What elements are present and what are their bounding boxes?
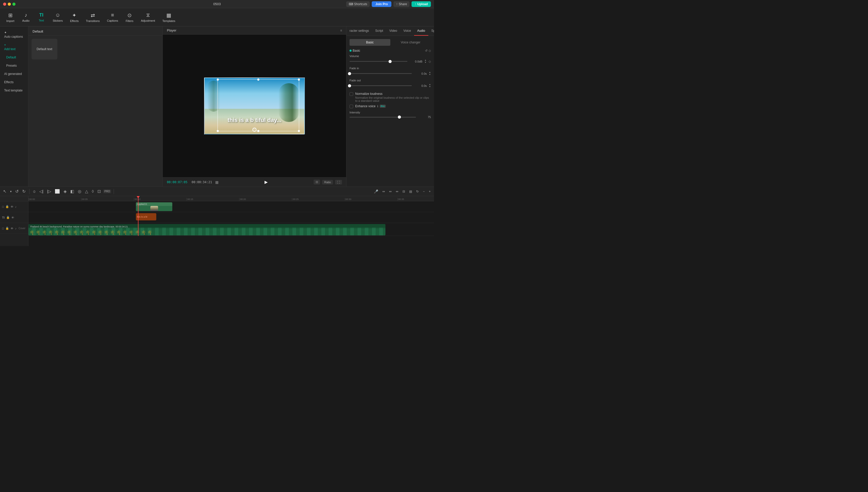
tool-2[interactable]: ⇔: [388, 189, 393, 194]
subtitle-btn[interactable]: ▤: [408, 189, 413, 194]
fade-out-slider-track[interactable]: [350, 85, 412, 86]
mask-btn[interactable]: ◊: [91, 189, 95, 194]
toolbar-filters[interactable]: ⊙ Filters: [122, 10, 137, 25]
selection-handle-bl[interactable]: [217, 130, 219, 132]
toolbar-transitions[interactable]: ⇄ Transitions: [82, 10, 103, 25]
tab-speed[interactable]: Speed: [428, 26, 434, 36]
selection-handle-t[interactable]: [257, 78, 259, 81]
freeze-btn[interactable]: ◈: [62, 188, 68, 194]
sidebar-item-add-text[interactable]: + Add text: [1, 41, 27, 53]
tab-video[interactable]: Video: [386, 26, 400, 36]
expand-icon[interactable]: ◇: [429, 49, 431, 52]
fullscreen-button[interactable]: ⛶: [335, 180, 342, 184]
trim-right-btn[interactable]: |▷: [46, 188, 52, 194]
fade-in-slider-track[interactable]: [350, 73, 412, 74]
track-main-audio-icon[interactable]: ♪: [15, 227, 17, 230]
toolbar-templates[interactable]: ▦ Templates: [159, 10, 179, 25]
voice-changer-tab[interactable]: Voice changer: [390, 39, 431, 46]
tool-1[interactable]: ⇔: [381, 189, 386, 194]
sidebar-item-effects[interactable]: Effects: [1, 78, 27, 86]
info-icon[interactable]: ℹ: [377, 105, 378, 108]
track-vis-icon[interactable]: 👁: [10, 205, 14, 208]
track-text-vis-icon[interactable]: 👁: [11, 216, 14, 219]
maximize-button[interactable]: [12, 3, 16, 6]
selection-handle-tl[interactable]: [217, 78, 219, 81]
add-track-btn[interactable]: +: [428, 189, 432, 194]
select-mode-btn[interactable]: ▾: [9, 189, 12, 194]
track-lock-icon[interactable]: 🔒: [5, 205, 9, 208]
volume-reset-icon[interactable]: ◇: [429, 60, 431, 63]
pro-tool-btn[interactable]: PRO: [103, 190, 111, 193]
track-text-lock-icon[interactable]: 🔒: [6, 216, 10, 219]
default-text-card[interactable]: Default text: [31, 39, 57, 59]
fit-button[interactable]: ⊡: [314, 179, 320, 184]
shape-btn[interactable]: △: [84, 188, 89, 194]
volume-down[interactable]: ▼: [425, 62, 427, 64]
trim-left-btn[interactable]: ◁|: [38, 188, 45, 194]
tab-script[interactable]: Script: [372, 26, 386, 36]
enhance-checkbox[interactable]: [350, 105, 353, 108]
ratio-button[interactable]: Ratio: [322, 180, 333, 184]
text-clip[interactable]: this is a bi: [136, 213, 156, 220]
delete-btn[interactable]: ⬜: [54, 188, 61, 194]
main-video-clip[interactable]: Thailand 4k beach background. Paradise n…: [28, 224, 385, 236]
redo-btn[interactable]: ↻: [21, 188, 27, 194]
minus-btn[interactable]: −: [422, 189, 426, 194]
layout-icon[interactable]: ▦: [215, 180, 219, 184]
fade-out-down[interactable]: ▼: [429, 86, 431, 88]
volume-slider-track[interactable]: [350, 61, 407, 62]
undo-btn[interactable]: ↺: [14, 188, 20, 194]
sidebar-item-default[interactable]: Default: [1, 53, 27, 61]
toolbar-stickers[interactable]: ☺ Stickers: [49, 10, 67, 24]
toolbar-audio[interactable]: ♪ Audio: [18, 10, 33, 24]
join-pro-button[interactable]: Join Pro: [372, 1, 391, 7]
tab-character[interactable]: racter settings: [347, 26, 372, 36]
minimize-button[interactable]: [8, 3, 11, 6]
toolbar-captions[interactable]: ≡ Captions: [103, 10, 122, 24]
basic-audio-tab[interactable]: Basic: [350, 39, 390, 46]
track-main-lock-icon[interactable]: 🔒: [5, 227, 9, 230]
sidebar-item-ai-generated[interactable]: AI generated: [1, 70, 27, 78]
toolbar-adjustment[interactable]: ⧖ Adjustment: [137, 10, 159, 24]
track-main-vis-icon[interactable]: 👁: [10, 227, 14, 230]
sidebar-item-auto-captions[interactable]: ✦ Auto captions: [1, 29, 27, 41]
track-audio-icon[interactable]: ♪: [15, 205, 17, 208]
loop-btn[interactable]: ↻: [415, 189, 420, 194]
intensity-slider-track[interactable]: [350, 117, 416, 118]
split-btn[interactable]: ⌽: [32, 189, 37, 194]
align-btn[interactable]: ⊟: [401, 189, 406, 194]
toolbar-effects[interactable]: ✦ Effects: [67, 10, 82, 25]
fade-in-slider-thumb[interactable]: [348, 72, 351, 75]
mic-btn[interactable]: 🎤: [373, 189, 380, 194]
effect-clip[interactable]: Applied D: [136, 202, 172, 211]
sidebar-item-presets[interactable]: Presets: [1, 62, 27, 70]
selection-handle-br[interactable]: [298, 130, 300, 132]
normalize-checkbox[interactable]: [350, 92, 353, 96]
play-button[interactable]: ▶: [264, 179, 267, 184]
tool-3[interactable]: ⇔: [394, 189, 400, 194]
timer-btn[interactable]: ◎: [77, 188, 82, 194]
select-tool[interactable]: ↖: [2, 188, 7, 194]
fade-out-slider-thumb[interactable]: [348, 84, 351, 87]
fade-in-up[interactable]: ▲: [429, 71, 431, 73]
clip-btn[interactable]: ◧: [69, 188, 75, 194]
export-button[interactable]: ↑ Upload: [411, 1, 431, 7]
volume-up[interactable]: ▲: [425, 59, 427, 61]
toolbar-import[interactable]: ⊞ Import: [3, 10, 18, 25]
shortcuts-button[interactable]: ⌨ Shortcuts: [346, 1, 370, 7]
timeline-scroll-area[interactable]: 00:00 00:05 00:10 00:15 00:20 00:25 00:3…: [28, 196, 434, 246]
player-menu-icon[interactable]: ≡: [340, 29, 342, 32]
volume-slider-thumb[interactable]: [388, 60, 392, 63]
fade-out-up[interactable]: ▲: [429, 83, 431, 85]
selection-handle-b[interactable]: [257, 130, 259, 132]
crop-btn[interactable]: ⊡: [96, 188, 102, 194]
tab-voice[interactable]: Voice: [401, 26, 414, 36]
toolbar-text[interactable]: TI Text: [33, 10, 49, 24]
tab-audio[interactable]: Audio: [414, 26, 428, 36]
intensity-slider-thumb[interactable]: [398, 116, 401, 119]
close-button[interactable]: [3, 3, 6, 6]
rotation-handle[interactable]: [252, 128, 257, 132]
fade-in-down[interactable]: ▼: [429, 74, 431, 76]
selection-handle-tr[interactable]: [298, 78, 300, 81]
sidebar-item-text-template[interactable]: Text template: [1, 87, 27, 94]
